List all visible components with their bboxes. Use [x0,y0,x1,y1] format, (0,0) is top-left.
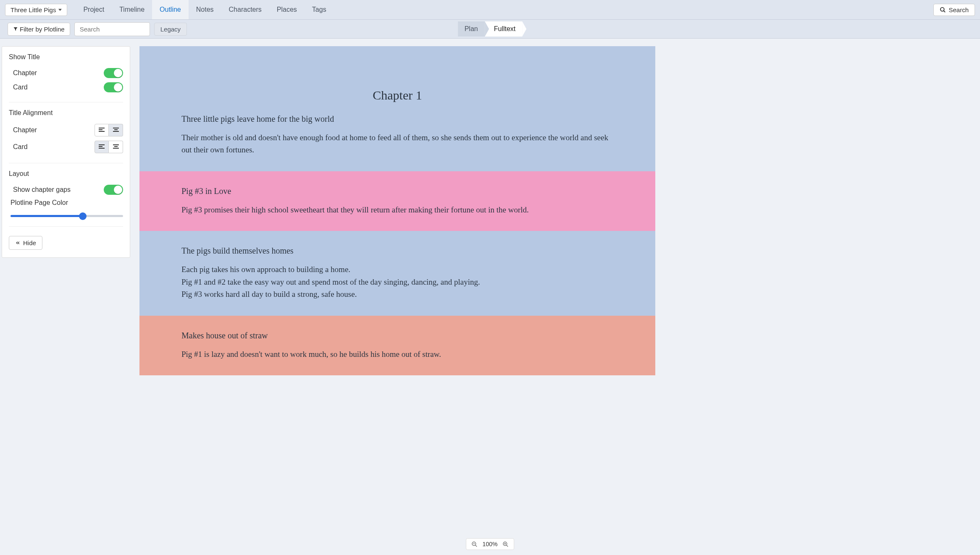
filter-icon [13,26,18,31]
card-body: Pig #1 is lazy and doesn't want to work … [181,348,613,360]
card-title: Pig #3 in Love [181,186,613,196]
svg-point-0 [941,7,944,11]
chapter-align-label: Chapter [13,126,37,134]
card-body: Their mother is old and doesn't have eno… [181,131,613,156]
nav-tab-project[interactable]: Project [76,0,112,19]
toggle-show-chapter[interactable] [104,68,123,78]
search-label: Search [948,6,969,13]
caret-down-icon [58,9,62,11]
card-title: Makes house out of straw [181,331,613,340]
chevron-left-double-icon [15,240,21,246]
project-name: Three Little Pigs [11,6,56,13]
project-selector[interactable]: Three Little Pigs [5,4,67,16]
align-center-icon [113,128,119,133]
chapter-align-center[interactable] [109,124,123,136]
plotline-color-label: Plotline Page Color [11,199,68,207]
story-card[interactable]: The pigs build themselves homesEach pig … [139,231,655,315]
chapter-align-left[interactable] [95,124,109,136]
svg-line-1 [944,10,946,12]
settings-sidebar: Show Title Chapter Card Title Alignment … [2,46,130,258]
card-align-left[interactable] [95,141,109,153]
nav-tab-notes[interactable]: Notes [189,0,221,19]
layout-heading: Layout [9,170,123,178]
card-body: Each pig takes his own approach to build… [181,263,613,300]
card-align-center[interactable] [109,141,123,153]
align-left-icon [99,144,105,149]
nav-tab-characters[interactable]: Characters [221,0,269,19]
chapter-title: Chapter 1 [181,88,613,102]
hide-label: Hide [23,239,36,246]
toggle-show-gaps[interactable] [104,185,123,195]
search-button[interactable]: Search [933,4,975,16]
story-card[interactable]: Pig #3 in LovePig #3 promises their high… [139,171,655,231]
nav-tab-tags[interactable]: Tags [305,0,334,19]
outline-search-input[interactable] [74,22,150,36]
card-title: Three little pigs leave home for the big… [181,114,613,124]
nav-tabs: ProjectTimelineOutlineNotesCharactersPla… [76,0,334,19]
nav-tab-timeline[interactable]: Timeline [112,0,152,19]
breadcrumb-fulltext[interactable]: Fulltext [485,21,523,37]
topbar: Three Little Pigs ProjectTimelineOutline… [0,0,980,19]
document-area: Chapter 1Three little pigs leave home fo… [139,46,655,375]
breadcrumb-plan[interactable]: Plan [458,21,485,37]
show-title-heading: Show Title [9,53,123,61]
card-align-label: Card [13,143,28,151]
view-breadcrumb: Plan Fulltext [458,21,523,37]
nav-tab-places[interactable]: Places [269,0,305,19]
toolbar: Filter by Plotline Legacy Plan Fulltext [0,19,980,39]
show-card-label: Card [13,84,28,91]
filter-plotline-button[interactable]: Filter by Plotline [8,23,70,36]
story-card[interactable]: Chapter 1Three little pigs leave home fo… [139,46,655,171]
search-icon [940,7,946,13]
plotline-color-slider[interactable] [11,215,123,217]
align-center-icon [113,144,119,149]
card-body: Pig #3 promises their high school sweeth… [181,204,613,216]
align-left-icon [99,128,105,133]
filter-label: Filter by Plotline [20,26,65,33]
hide-sidebar-button[interactable]: Hide [9,236,42,250]
toggle-show-card[interactable] [104,82,123,92]
story-card[interactable]: Makes house out of strawPig #1 is lazy a… [139,316,655,375]
show-chapter-label: Chapter [13,69,37,77]
legacy-button[interactable]: Legacy [154,23,187,36]
card-title: The pigs build themselves homes [181,246,613,256]
title-alignment-heading: Title Alignment [9,109,123,117]
nav-tab-outline[interactable]: Outline [152,0,189,19]
show-gaps-label: Show chapter gaps [13,186,71,194]
